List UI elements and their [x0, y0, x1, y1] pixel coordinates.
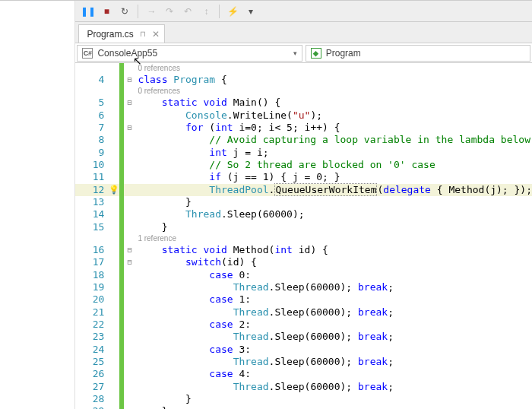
code-line[interactable]: 14 Thread.Sleep(60000); [75, 208, 532, 220]
debug-toolbar: ❚❚ ■ ↻ → ↷ ↶ ↕ ⚡ ▾ [75, 1, 532, 22]
code-line[interactable]: 4⊟class Program { [75, 74, 532, 86]
show-next-button[interactable]: ↕ [198, 3, 214, 20]
symbol-name: Program [326, 48, 361, 59]
tab-bar: Program.cs ⊓ ✕ [75, 22, 532, 43]
left-panel [0, 1, 75, 409]
code-container: 0 references4⊟class Program { 0 referenc… [75, 63, 532, 409]
code-line[interactable]: 17⊟ switch(id) { [75, 256, 532, 268]
code-line[interactable]: 12💡 ThreadPool.QueueUserWorkItem(delegat… [75, 184, 532, 196]
code-line[interactable]: 23 Thread.Sleep(60000); break; [75, 331, 532, 343]
close-icon[interactable]: ✕ [152, 29, 160, 40]
tab-program-cs[interactable]: Program.cs ⊓ ✕ [78, 24, 164, 43]
code-line[interactable]: 27 Thread.Sleep(60000); break; [75, 381, 532, 393]
codelens-reference[interactable]: 0 references [75, 63, 532, 74]
step-out-button[interactable]: ↶ [179, 3, 196, 20]
restart-button[interactable]: ↻ [116, 3, 133, 20]
toolbar-separator [138, 5, 138, 18]
code-line[interactable]: 21 Thread.Sleep(60000); break; [75, 306, 532, 319]
fold-toggle[interactable]: ⊟ [124, 97, 135, 109]
code-line[interactable]: 19 Thread.Sleep(60000); break; [75, 281, 532, 293]
fold-toggle[interactable]: ⊟ [124, 256, 135, 268]
code-line[interactable]: 11 if (j == 1) { j = 0; } [75, 171, 532, 183]
code-editor[interactable]: 0 references4⊟class Program { 0 referenc… [75, 63, 532, 409]
codelens-reference[interactable]: 1 reference [75, 233, 532, 244]
code-line[interactable]: 7⊟ for (int i=0; i< 5; i++) { [75, 122, 532, 134]
code-line[interactable]: 8 // Avoid capturing a loop variable in … [75, 134, 532, 146]
project-name: ConsoleApp55 [97, 48, 157, 59]
step-over-button[interactable]: ↷ [161, 3, 178, 20]
codelens-reference[interactable]: 0 references [75, 86, 532, 97]
chevron-down-icon: ▾ [293, 49, 297, 57]
pause-button[interactable]: ❚❚ [80, 3, 97, 20]
code-line[interactable]: 26 case 4: [75, 368, 532, 380]
class-icon: ◆ [311, 48, 321, 59]
code-line[interactable]: 10 // So 2 thread are blocked on '0' cas… [75, 159, 532, 171]
pin-icon[interactable]: ⊓ [140, 30, 146, 38]
code-line[interactable]: 24 case 3: [75, 344, 532, 356]
code-line[interactable]: 5⊟ static void Main() { [75, 97, 532, 109]
fold-toggle[interactable]: ⊟ [124, 244, 135, 256]
fold-toggle[interactable]: ⊟ [124, 74, 135, 86]
code-line[interactable]: 6 Console.WriteLine("u"); [75, 109, 532, 122]
code-line[interactable]: 13 } [75, 196, 532, 208]
tab-filename: Program.cs [87, 29, 133, 40]
app-root: ❚❚ ■ ↻ → ↷ ↶ ↕ ⚡ ▾ Program.cs ⊓ ✕ C# Con… [0, 0, 532, 409]
navigation-bar: C# ConsoleApp55 ▾ ◆ Program ▾ [75, 43, 532, 63]
code-line[interactable]: 16⊟ static void Method(int id) { [75, 244, 532, 256]
code-line[interactable]: 22 case 2: [75, 319, 532, 331]
code-line[interactable]: 20 case 1: [75, 293, 532, 306]
code-line[interactable]: 29 } [75, 405, 532, 409]
csharp-icon: C# [82, 48, 93, 59]
main-area: ❚❚ ■ ↻ → ↷ ↶ ↕ ⚡ ▾ Program.cs ⊓ ✕ C# Con… [75, 1, 532, 409]
symbol-dropdown[interactable]: ◆ Program ▾ [306, 45, 530, 62]
stop-button[interactable]: ■ [98, 3, 115, 20]
toolbar-dropdown[interactable]: ▾ [242, 3, 259, 20]
code-line[interactable]: 28 } [75, 393, 532, 405]
code-line[interactable]: 15 } [75, 221, 532, 233]
code-line[interactable]: 25 Thread.Sleep(60000); break; [75, 356, 532, 368]
project-dropdown[interactable]: C# ConsoleApp55 ▾ [77, 45, 302, 62]
step-into-button[interactable]: → [143, 3, 160, 20]
fold-toggle[interactable]: ⊟ [124, 122, 135, 134]
intellitrace-button[interactable]: ⚡ [224, 3, 241, 20]
code-line[interactable]: 18 case 0: [75, 269, 532, 281]
code-line[interactable]: 9 int j = i; [75, 147, 532, 159]
toolbar-separator [219, 5, 220, 18]
